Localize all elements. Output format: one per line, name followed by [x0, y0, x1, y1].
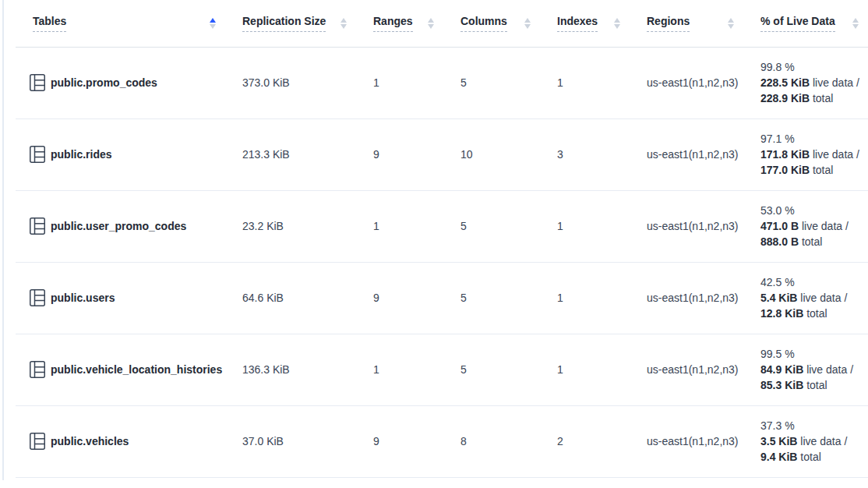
column-label-live-data: % of Live Data	[760, 14, 835, 32]
live-data-size: 228.5 KiB live data /	[760, 75, 864, 90]
total-data-size: 888.0 B total	[760, 234, 864, 249]
tables-list-table: Tables Replication Size Ranges Columns	[16, 0, 868, 478]
table-name-link[interactable]: public.vehicles	[51, 435, 129, 447]
live-data-percent: 42.5 %	[760, 274, 864, 290]
columns-cell: 5	[444, 47, 541, 118]
column-label-regions: Regions	[647, 14, 690, 32]
ranges-cell: 9	[357, 405, 444, 477]
indexes-cell: 1	[541, 262, 630, 334]
live-data-percent: 99.5 %	[760, 346, 864, 362]
live-data-size: 171.8 KiB live data /	[760, 147, 864, 162]
replication-size-cell: 64.6 KiB	[226, 262, 357, 334]
total-data-size: 85.3 KiB total	[760, 377, 864, 393]
column-header-ranges[interactable]: Ranges	[357, 0, 444, 47]
replication-size-cell: 213.3 KiB	[226, 118, 357, 190]
column-label-ranges: Ranges	[373, 14, 413, 32]
indexes-cell: 1	[541, 190, 630, 262]
ranges-cell: 9	[357, 262, 444, 334]
live-data-cell: 99.5 % 84.9 KiB live data / 85.3 KiB tot…	[744, 334, 868, 405]
indexes-cell: 3	[541, 118, 630, 190]
live-data-percent: 37.3 %	[760, 418, 864, 433]
table-icon	[30, 146, 45, 163]
table-name-link[interactable]: public.vehicle_location_histories	[51, 363, 222, 376]
sort-icon[interactable]	[728, 18, 734, 29]
table-name-link[interactable]: public.rides	[51, 148, 112, 161]
sort-icon[interactable]	[614, 18, 620, 29]
ranges-cell: 1	[357, 334, 444, 405]
table-name-link[interactable]: public.users	[51, 292, 115, 304]
columns-cell: 8	[444, 405, 541, 477]
live-data-size: 3.5 KiB live data /	[760, 433, 864, 449]
table-row: public.rides 213.3 KiB 9 10 3 us-east1(n…	[16, 118, 868, 190]
indexes-cell: 1	[541, 47, 630, 118]
regions-cell: us-east1(n1,n2,n3)	[630, 334, 744, 405]
live-data-cell: 37.3 % 3.5 KiB live data / 9.4 KiB total	[744, 405, 868, 477]
columns-cell: 5	[444, 262, 541, 334]
table-icon	[30, 74, 45, 91]
replication-size-cell: 37.0 KiB	[226, 405, 357, 477]
column-header-replication-size[interactable]: Replication Size	[226, 0, 357, 47]
table-icon	[30, 361, 45, 378]
table-row: public.vehicles 37.0 KiB 9 8 2 us-east1(…	[16, 405, 868, 477]
total-data-size: 228.9 KiB total	[760, 90, 864, 106]
table-row: public.promo_codes 373.0 KiB 1 5 1 us-ea…	[16, 47, 868, 118]
regions-cell: us-east1(n1,n2,n3)	[630, 190, 744, 262]
column-label-replication-size: Replication Size	[242, 14, 326, 32]
regions-cell: us-east1(n1,n2,n3)	[630, 118, 744, 190]
total-data-size: 9.4 KiB total	[760, 449, 864, 465]
columns-cell: 5	[444, 190, 541, 262]
table-name-link[interactable]: public.user_promo_codes	[51, 220, 186, 232]
sort-icon[interactable]	[524, 18, 531, 29]
live-data-size: 5.4 KiB live data /	[760, 290, 864, 306]
indexes-cell: 2	[541, 405, 630, 477]
live-data-cell: 42.5 % 5.4 KiB live data / 12.8 KiB tota…	[744, 262, 868, 334]
sort-icon[interactable]	[340, 18, 347, 29]
live-data-cell: 97.1 % 171.8 KiB live data / 177.0 KiB t…	[744, 118, 868, 190]
column-header-columns[interactable]: Columns	[444, 0, 541, 47]
regions-cell: us-east1(n1,n2,n3)	[630, 262, 744, 334]
table-icon	[30, 289, 45, 306]
page-edge-divider	[2, 0, 4, 480]
live-data-size: 471.0 B live data /	[760, 218, 864, 234]
table-row: public.vehicle_location_histories 136.3 …	[16, 334, 868, 405]
table-row: public.users 64.6 KiB 9 5 1 us-east1(n1,…	[16, 262, 868, 334]
table-icon	[30, 433, 45, 450]
replication-size-cell: 373.0 KiB	[226, 47, 357, 118]
total-data-size: 177.0 KiB total	[760, 162, 864, 178]
table-header-row: Tables Replication Size Ranges Columns	[16, 0, 868, 47]
sort-icon[interactable]	[852, 18, 859, 29]
replication-size-cell: 23.2 KiB	[226, 190, 357, 262]
column-header-tables[interactable]: Tables	[16, 0, 226, 47]
table-icon	[30, 217, 45, 235]
live-data-percent: 97.1 %	[760, 131, 864, 147]
total-data-size: 12.8 KiB total	[760, 306, 864, 321]
ranges-cell: 1	[357, 47, 444, 118]
replication-size-cell: 136.3 KiB	[226, 334, 357, 405]
regions-cell: us-east1(n1,n2,n3)	[630, 405, 744, 477]
live-data-cell: 99.8 % 228.5 KiB live data / 228.9 KiB t…	[744, 47, 868, 118]
columns-cell: 5	[444, 334, 541, 405]
regions-cell: us-east1(n1,n2,n3)	[630, 47, 744, 118]
ranges-cell: 1	[357, 190, 444, 262]
column-label-tables: Tables	[33, 14, 66, 32]
sort-icon[interactable]	[210, 18, 216, 29]
sort-icon[interactable]	[428, 18, 434, 29]
columns-cell: 10	[444, 118, 541, 190]
table-name-link[interactable]: public.promo_codes	[51, 76, 157, 89]
live-data-size: 84.9 KiB live data /	[760, 362, 864, 377]
table-row: public.user_promo_codes 23.2 KiB 1 5 1 u…	[16, 190, 868, 262]
column-header-regions[interactable]: Regions	[630, 0, 744, 47]
column-header-live-data[interactable]: % of Live Data	[744, 0, 868, 47]
column-label-indexes: Indexes	[557, 14, 598, 32]
live-data-percent: 53.0 %	[760, 203, 864, 218]
column-header-indexes[interactable]: Indexes	[541, 0, 630, 47]
ranges-cell: 9	[357, 118, 444, 190]
column-label-columns: Columns	[460, 14, 507, 32]
indexes-cell: 1	[541, 334, 630, 405]
live-data-cell: 53.0 % 471.0 B live data / 888.0 B total	[744, 190, 868, 262]
live-data-percent: 99.8 %	[760, 59, 864, 75]
table-body: public.promo_codes 373.0 KiB 1 5 1 us-ea…	[16, 47, 868, 477]
